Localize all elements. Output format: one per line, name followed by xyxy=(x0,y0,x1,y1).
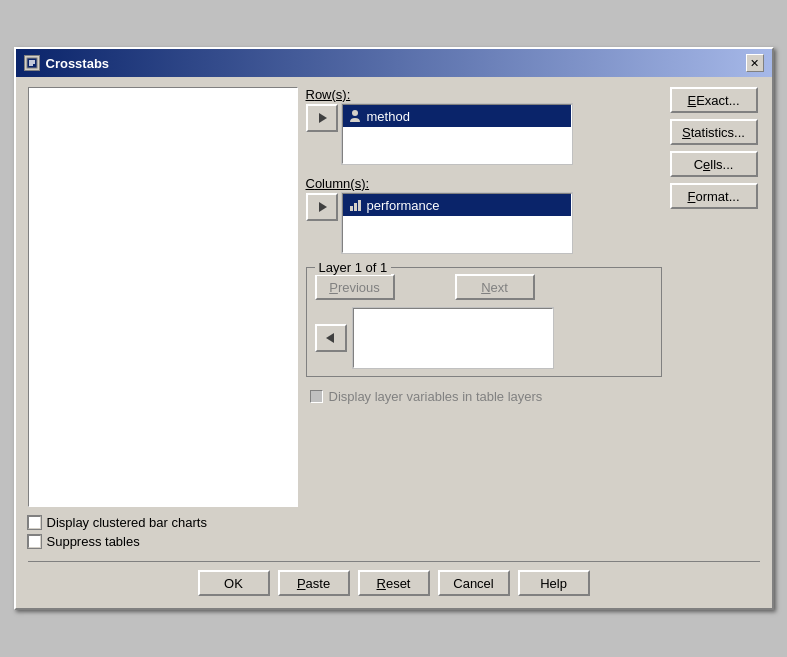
rows-arrow-button[interactable] xyxy=(306,104,338,132)
layer-buttons: Previous Next xyxy=(315,274,653,300)
rows-section: Row(s): xyxy=(306,87,662,164)
rows-item-label: method xyxy=(367,109,410,124)
layer-group: Layer 1 of 1 Previous Next xyxy=(306,267,662,377)
ok-button[interactable]: OK xyxy=(198,570,270,596)
next-underline: N xyxy=(481,280,490,295)
rows-with-arrow: method xyxy=(306,104,662,164)
title-bar: Crosstabs ✕ xyxy=(16,49,772,77)
format-underline-char: F xyxy=(687,189,695,204)
help-button[interactable]: Help xyxy=(518,570,590,596)
svg-rect-8 xyxy=(354,203,357,211)
exact-button[interactable]: EExact... xyxy=(670,87,758,113)
columns-section: Column(s): xyxy=(306,176,662,253)
clustered-bar-label: Display clustered bar charts xyxy=(47,515,207,530)
bottom-checkboxes: Display clustered bar charts Suppress ta… xyxy=(28,515,760,549)
exact-label-rest: Exact... xyxy=(696,93,739,108)
format-label-rest: ormat... xyxy=(695,189,739,204)
rows-field-box[interactable]: method xyxy=(342,104,572,164)
columns-arrow-button[interactable] xyxy=(306,193,338,221)
layer-legend: Layer 1 of 1 xyxy=(315,260,392,275)
cells-button[interactable]: Cells... xyxy=(670,151,758,177)
display-layer-label: Display layer variables in table layers xyxy=(329,389,543,404)
rows-label: Row(s): xyxy=(306,87,662,102)
dialog-body: Row(s): xyxy=(16,77,772,608)
cancel-button[interactable]: Cancel xyxy=(438,570,510,596)
exact-underline-char: E xyxy=(687,93,696,108)
center-area: Row(s): xyxy=(306,87,662,507)
reset-label-rest: eset xyxy=(386,576,411,591)
columns-item-icon xyxy=(347,197,363,213)
suppress-tables-label: Suppress tables xyxy=(47,534,140,549)
svg-point-5 xyxy=(352,110,358,116)
main-layout: Row(s): xyxy=(28,87,760,507)
layer-arrow-button[interactable] xyxy=(315,324,347,352)
rows-item-icon xyxy=(347,108,363,124)
svg-marker-6 xyxy=(319,202,327,212)
previous-button[interactable]: Previous xyxy=(315,274,395,300)
previous-underline: P xyxy=(329,280,338,295)
rows-item: method xyxy=(343,105,571,127)
svg-marker-10 xyxy=(326,333,334,343)
columns-with-arrow: performance xyxy=(306,193,662,253)
close-button[interactable]: ✕ xyxy=(746,54,764,72)
svg-marker-4 xyxy=(319,113,327,123)
svg-rect-7 xyxy=(350,206,353,211)
paste-label-rest: aste xyxy=(306,576,331,591)
right-buttons: EExact... Statistics... Cells... Format.… xyxy=(670,87,760,507)
layer-field-box[interactable] xyxy=(353,308,553,368)
svg-rect-9 xyxy=(358,200,361,211)
columns-item: performance xyxy=(343,194,571,216)
columns-item-label: performance xyxy=(367,198,440,213)
clustered-bar-row: Display clustered bar charts xyxy=(28,515,760,530)
display-layer-checkbox xyxy=(310,390,323,403)
columns-field-box[interactable]: performance xyxy=(342,193,572,253)
crosstabs-dialog: Crosstabs ✕ Row(s): xyxy=(14,47,774,610)
layer-field-row xyxy=(315,308,653,368)
format-button[interactable]: Format... xyxy=(670,183,758,209)
suppress-tables-checkbox[interactable] xyxy=(28,535,41,548)
paste-underline-char: P xyxy=(297,576,306,591)
bottom-action-buttons: OK Paste Reset Cancel Help xyxy=(28,561,760,596)
help-label: Help xyxy=(540,576,567,591)
dialog-icon xyxy=(24,55,40,71)
statistics-button[interactable]: Statistics... xyxy=(670,119,758,145)
suppress-tables-row: Suppress tables xyxy=(28,534,760,549)
title-bar-left: Crosstabs xyxy=(24,55,110,71)
dialog-title: Crosstabs xyxy=(46,56,110,71)
paste-button[interactable]: Paste xyxy=(278,570,350,596)
cells-label-rest: lls... xyxy=(710,157,733,172)
columns-underline-char: C xyxy=(306,176,315,191)
columns-label: Column(s): xyxy=(306,176,662,191)
statistics-underline-char: S xyxy=(682,125,691,140)
display-layer-row: Display layer variables in table layers xyxy=(310,389,662,404)
next-button[interactable]: Next xyxy=(455,274,535,300)
reset-button[interactable]: Reset xyxy=(358,570,430,596)
clustered-bar-checkbox[interactable] xyxy=(28,516,41,529)
statistics-label-rest: tatistics... xyxy=(691,125,745,140)
variable-list[interactable] xyxy=(28,87,298,507)
rows-underline-char: R xyxy=(306,87,315,102)
ok-label: OK xyxy=(224,576,243,591)
cells-underline-char: e xyxy=(703,157,710,172)
reset-underline-char: R xyxy=(377,576,386,591)
cancel-label: Cancel xyxy=(453,576,493,591)
